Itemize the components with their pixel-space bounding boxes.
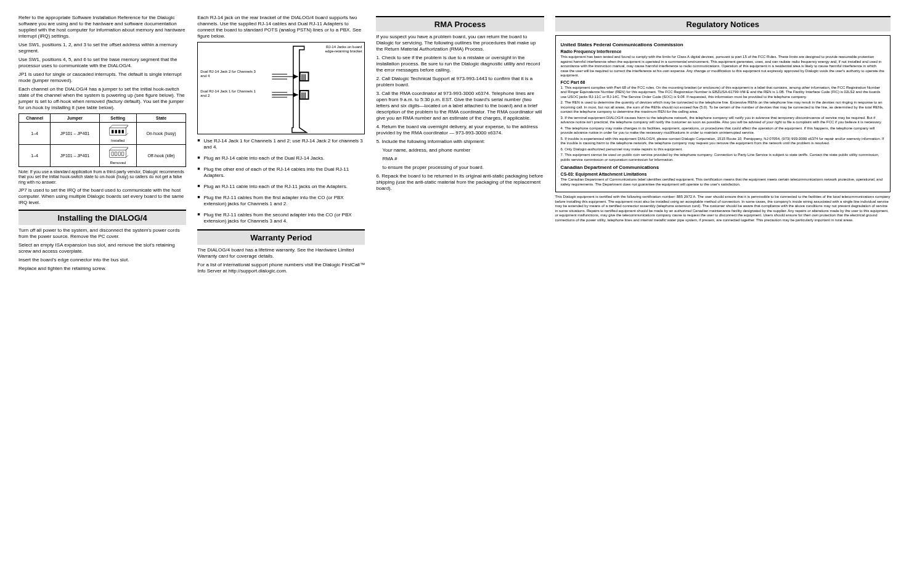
svg-rect-2 bbox=[115, 130, 117, 134]
table-row: 1–4 JP101 – JP401 Removed Off-hook (idle… bbox=[19, 145, 186, 167]
rma-sub: Your name, address, and phone number bbox=[376, 147, 544, 153]
warranty-p1: The DIALOG/4 board has a lifetime warran… bbox=[197, 247, 365, 259]
rfi-text: This equipment has been tested and found… bbox=[561, 55, 885, 78]
installing-title: Installing the DIALOG/4 bbox=[18, 210, 186, 225]
rma-step: 5. Include the following information wit… bbox=[376, 139, 544, 145]
bullet-icon: ■ bbox=[197, 166, 200, 179]
bullet-icon: ■ bbox=[197, 212, 200, 224]
rma-step: 6. Repack the board to be returned in it… bbox=[376, 173, 544, 192]
th-state: State bbox=[136, 114, 185, 123]
list-item: ■Plug an RJ-11 cable into each of the RJ… bbox=[197, 184, 365, 190]
svg-rect-5 bbox=[110, 150, 126, 158]
fig-label-plate: RJ-14 Jacks on board edge-retaining brac… bbox=[319, 45, 362, 53]
rma-step: 2. Call Dialogic Technical Support at 97… bbox=[376, 76, 544, 88]
part68-item: 4. The telephone company may make change… bbox=[561, 126, 885, 136]
cell-setting: Removed bbox=[99, 145, 136, 167]
rma-sub: RMA # bbox=[376, 156, 544, 162]
setting-label: Removed bbox=[110, 161, 126, 165]
bullet-text: Use RJ-14 Jack 1 for Channels 1 and 2; u… bbox=[203, 138, 365, 150]
svg-marker-27 bbox=[293, 92, 298, 97]
svg-rect-1 bbox=[112, 130, 113, 134]
rma-step: 3. Call the RMA coordinator at 973-993-3… bbox=[376, 91, 544, 121]
cell-state: Off-hook (idle) bbox=[136, 145, 185, 167]
rj14-figure: Dual RJ-14 Jack 2 for Channels 3 and 4 D… bbox=[197, 42, 365, 134]
rma-title: RMA Process bbox=[376, 16, 544, 31]
install-p1: Turn off all power to the system, and di… bbox=[18, 227, 186, 240]
canada-heading: Canadian Department of Communications bbox=[561, 165, 885, 170]
rma-intro: If you suspect you have a problem board,… bbox=[376, 34, 544, 52]
rma-sub: to ensure the proper processing of your … bbox=[376, 165, 544, 171]
list-item: ■Plug the RJ-11 cables from the second a… bbox=[197, 212, 365, 224]
col-3: RMA Process If you suspect you have a pr… bbox=[376, 12, 544, 277]
list-item: ■Plug the other end of each of the RJ-14… bbox=[197, 166, 365, 179]
th-channel: Channel bbox=[19, 114, 51, 123]
bullet-text: Plug the RJ-11 cables from the second ad… bbox=[203, 212, 365, 224]
bullet-icon: ■ bbox=[197, 155, 200, 161]
regulatory-title: Regulatory Notices bbox=[555, 16, 891, 31]
part68-item: 3. If the terminal equipment DIALOG/4 ca… bbox=[561, 116, 885, 125]
bullet-icon: ■ bbox=[197, 138, 200, 150]
part68-item: 6. Only Dialogic-authorized personnel ma… bbox=[561, 147, 885, 152]
svg-rect-7 bbox=[115, 152, 117, 156]
col-2: Each RJ-14 jack on the rear bracket of t… bbox=[197, 12, 365, 277]
svg-rect-8 bbox=[118, 152, 120, 156]
bullet-text: Plug an RJ-11 cable into each of the RJ-… bbox=[203, 184, 347, 190]
cell-channel: 1–4 bbox=[19, 123, 51, 145]
rma-step: 1. Check to see if the problem is due to… bbox=[376, 55, 544, 73]
bracket-diagram-icon bbox=[198, 43, 364, 134]
col1-para2: Use SW1, positions 1, 2, and 3 to set th… bbox=[18, 42, 186, 54]
reg-footer: This Dialogic equipment is certified wit… bbox=[555, 195, 891, 223]
regulatory-box: United States Federal Communications Com… bbox=[555, 35, 891, 192]
th-jumper: Jumper bbox=[51, 114, 99, 123]
install-p3: Insert the board's edge connector into t… bbox=[18, 257, 186, 263]
col1-irq: JP7 is used to set the IRQ of the board … bbox=[18, 187, 186, 206]
cell-jumper: JP101 – JP401 bbox=[51, 145, 99, 167]
rfi-heading: Radio Frequency Interference bbox=[561, 49, 885, 54]
part68-item: 5. If trouble is experienced with this e… bbox=[561, 137, 885, 146]
bullet-icon: ■ bbox=[197, 195, 200, 207]
svg-marker-23 bbox=[293, 74, 298, 79]
jumper-installed-icon bbox=[107, 125, 128, 138]
list-item: ■Plug an RJ-14 cable into each of the Du… bbox=[197, 155, 365, 161]
cell-channel: 1–4 bbox=[19, 145, 51, 167]
fig-label-jack1: Dual RJ-14 Jack 1 for Channels 1 and 2 bbox=[200, 89, 256, 97]
cell-setting: Installed bbox=[99, 123, 136, 145]
bullet-icon: ■ bbox=[197, 184, 200, 190]
cable-bullets: ■Use RJ-14 Jack 1 for Channels 1 and 2; … bbox=[197, 138, 365, 224]
svg-rect-6 bbox=[112, 152, 113, 156]
cs03-text: The Canadian Department of Communication… bbox=[561, 178, 885, 187]
jumper-removed-icon bbox=[107, 147, 128, 160]
col1-para3: Use SW1, positions 4, 5, and 6 to set th… bbox=[18, 57, 186, 69]
fig-label-jack2: Dual RJ-14 Jack 2 for Channels 3 and 4 bbox=[200, 70, 256, 78]
warranty-title: Warranty Period bbox=[197, 229, 365, 245]
svg-rect-4 bbox=[122, 130, 124, 134]
col-4: Regulatory Notices United States Federal… bbox=[555, 12, 891, 277]
warranty-p2: For a list of international support phon… bbox=[197, 262, 365, 274]
svg-rect-3 bbox=[118, 130, 120, 134]
setting-label: Installed bbox=[111, 139, 124, 142]
part68-item: 7. This equipment cannot be used on publ… bbox=[561, 153, 885, 162]
col1-para1: Refer to the appropriate Software Instal… bbox=[18, 15, 186, 39]
page-columns: Refer to the appropriate Software Instal… bbox=[18, 12, 891, 277]
col-1: Refer to the appropriate Software Instal… bbox=[18, 12, 186, 277]
list-item: ■Plug the RJ-11 cables from the first ad… bbox=[197, 195, 365, 207]
bullet-text: Plug the other end of each of the RJ-14 … bbox=[203, 166, 365, 179]
cable-para: Each RJ-14 jack on the rear bracket of t… bbox=[197, 15, 365, 39]
rma-step: 4. Return the board via overnight delive… bbox=[376, 124, 544, 136]
cs03-heading: CS-03: Equipment Attachment Limitations bbox=[561, 172, 885, 176]
col1-para5: Each channel on the DIALOG/4 has a jumpe… bbox=[18, 86, 186, 111]
th-setting: Setting bbox=[99, 114, 136, 123]
install-p2: Select an empty ISA expansion bus slot, … bbox=[18, 242, 186, 255]
cell-jumper: JP101 – JP401 bbox=[51, 123, 99, 145]
col1-para4: JP1 is used for single or cascaded inter… bbox=[18, 71, 186, 84]
jumper-table: Channel Jumper Setting State 1–4 JP101 –… bbox=[18, 113, 186, 167]
table-row: 1–4 JP101 – JP401 Installed On-hook (bus… bbox=[19, 123, 186, 145]
part68-item: 2. The REN is used to determine the quan… bbox=[561, 100, 885, 115]
svg-rect-9 bbox=[122, 152, 124, 156]
cell-state: On-hook (busy) bbox=[136, 123, 185, 145]
part68-item: 1. This equipment complies with Part 68 … bbox=[561, 86, 885, 100]
col1-note: Note: If you use a standard application … bbox=[18, 169, 186, 185]
bullet-text: Plug an RJ-14 cable into each of the Dua… bbox=[203, 155, 324, 161]
bullet-text: Plug the RJ-11 cables from the first ada… bbox=[203, 195, 365, 207]
list-item: ■Use RJ-14 Jack 1 for Channels 1 and 2; … bbox=[197, 138, 365, 150]
